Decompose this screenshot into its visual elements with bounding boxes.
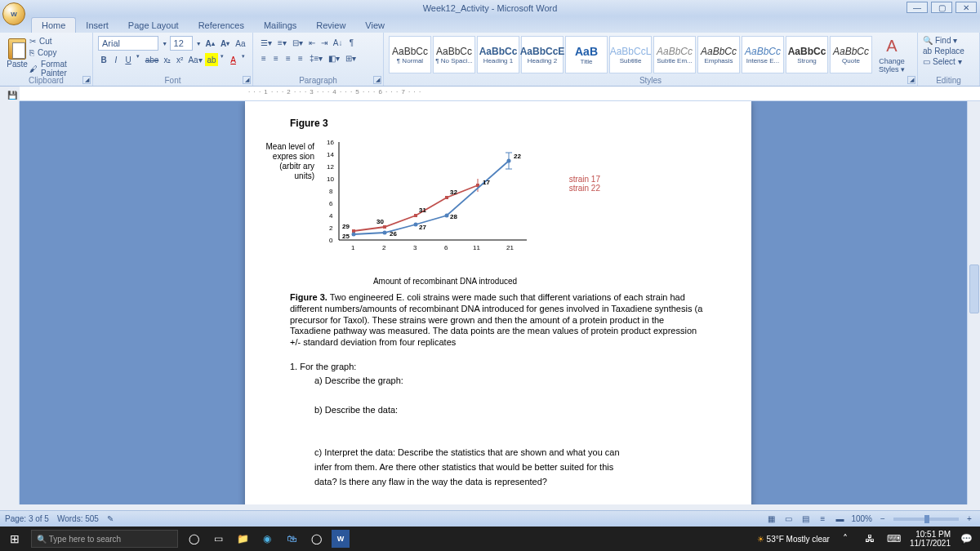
store-icon[interactable]: 🛍	[283, 530, 301, 548]
shrink-font-button[interactable]: A▾	[218, 37, 231, 50]
office-button[interactable]: W	[2, 2, 25, 25]
styles-dialog-launcher[interactable]: ◢	[907, 76, 915, 84]
word-icon[interactable]: W	[332, 530, 350, 548]
align-center-button[interactable]: ≡	[270, 51, 282, 64]
vertical-ruler[interactable]	[0, 101, 20, 504]
style-quote[interactable]: AaBbCcQuote	[830, 36, 872, 73]
multilevel-button[interactable]: ⊟▾	[290, 36, 305, 49]
align-left-button[interactable]: ≡	[258, 51, 270, 64]
style-no-spacing[interactable]: AaBbCc¶ No Spaci...	[433, 36, 475, 73]
zoom-slider[interactable]	[893, 518, 959, 521]
style-subtle-em[interactable]: AaBbCcSubtle Em...	[653, 36, 696, 73]
tab-view[interactable]: View	[355, 18, 394, 33]
chrome-icon[interactable]: ◯	[307, 530, 325, 548]
replace-button[interactable]: abReplace	[923, 47, 974, 56]
tab-references[interactable]: References	[189, 18, 254, 33]
paragraph-dialog-launcher[interactable]: ◢	[373, 76, 381, 84]
style-heading2[interactable]: AaBbCcEHeading 2	[521, 36, 564, 73]
bold-button[interactable]: B	[98, 53, 109, 66]
font-size-combo[interactable]: 12	[170, 36, 193, 51]
highlight-button[interactable]: ab	[205, 53, 218, 66]
minimize-button[interactable]: —	[906, 2, 928, 13]
svg-point-24	[383, 231, 387, 235]
inc-indent-button[interactable]: ⇥	[318, 36, 330, 49]
cortana-icon[interactable]: ▭	[209, 530, 227, 548]
tray-keyboard-icon[interactable]: ⌨	[885, 530, 903, 548]
maximize-button[interactable]: ▢	[931, 2, 952, 13]
dec-indent-button[interactable]: ⇤	[306, 36, 318, 49]
horizontal-ruler[interactable]: · · · 1 · · · 2 · · · 3 · · · 4 · · · 5 …	[20, 87, 980, 101]
status-words[interactable]: Words: 505	[57, 514, 99, 523]
tray-chevron-icon[interactable]: ˄	[836, 530, 854, 548]
style-subtitle[interactable]: AaBbCcLSubtitle	[609, 36, 652, 73]
sort-button[interactable]: A↓	[331, 36, 345, 49]
save-qat-button[interactable]: 💾	[5, 88, 20, 101]
style-title[interactable]: AaBTitle	[565, 36, 608, 73]
find-button[interactable]: 🔍Find ▾	[923, 36, 974, 45]
change-case-button[interactable]: Aa▾	[186, 53, 204, 66]
style-intense-em[interactable]: AaBbCcIntense E...	[742, 36, 784, 73]
superscript-button[interactable]: x²	[174, 53, 185, 66]
vertical-scrollbar[interactable]	[967, 101, 980, 504]
tab-insert[interactable]: Insert	[76, 18, 118, 33]
strike-button[interactable]: abe	[143, 53, 160, 66]
zoom-out-button[interactable]: −	[877, 513, 889, 526]
status-page[interactable]: Page: 3 of 5	[5, 514, 49, 523]
paste-button[interactable]: Paste	[5, 34, 29, 72]
zoom-in-button[interactable]: +	[964, 513, 975, 526]
notifications-icon[interactable]: 💬	[957, 530, 975, 548]
select-button[interactable]: ▭Select ▾	[923, 57, 974, 66]
weather-widget[interactable]: ☀ 53°F Mostly clear	[757, 535, 830, 544]
bullets-button[interactable]: ☰▾	[258, 36, 274, 49]
svg-text:31: 31	[419, 207, 426, 214]
view-outline[interactable]: ≡	[817, 513, 828, 526]
copy-button[interactable]: ⎘Copy	[29, 47, 87, 58]
view-web[interactable]: ▤	[800, 513, 812, 526]
view-full-screen[interactable]: ▭	[782, 513, 795, 526]
close-button[interactable]: ✕	[956, 2, 977, 13]
font-dialog-launcher[interactable]: ◢	[243, 76, 251, 84]
grow-font-button[interactable]: A▴	[203, 37, 216, 50]
svg-text:1: 1	[351, 244, 355, 251]
taskbar-search[interactable]: 🔍 Type here to search	[31, 530, 178, 548]
font-color-button[interactable]: A	[228, 53, 239, 66]
svg-text:3: 3	[413, 244, 417, 251]
shading-button[interactable]: ◧▾	[326, 51, 342, 64]
align-right-button[interactable]: ≡	[283, 51, 294, 64]
line-spacing-button[interactable]: ‡≡▾	[307, 51, 325, 64]
justify-button[interactable]: ≡	[295, 51, 306, 64]
style-emphasis[interactable]: AaBbCcEmphasis	[697, 36, 740, 73]
font-name-combo[interactable]: Arial	[98, 36, 158, 51]
task-view-icon[interactable]: ◯	[185, 530, 203, 548]
subscript-button[interactable]: x₂	[162, 53, 173, 66]
view-draft[interactable]: ▬	[833, 513, 846, 526]
style-normal[interactable]: AaBbCc¶ Normal	[389, 36, 431, 73]
svg-text:32: 32	[450, 189, 457, 196]
cut-button[interactable]: ✂Cut	[29, 36, 87, 47]
show-marks-button[interactable]: ¶	[346, 36, 358, 49]
zoom-level[interactable]: 100%	[851, 514, 872, 523]
status-proofing-icon[interactable]: ✎	[107, 514, 114, 523]
tab-review[interactable]: Review	[306, 18, 355, 33]
clear-format-button[interactable]: Aa	[234, 37, 247, 50]
borders-button[interactable]: ⊞▾	[343, 51, 359, 64]
italic-button[interactable]: I	[110, 53, 122, 66]
edge-icon[interactable]: ◉	[258, 530, 276, 548]
start-button[interactable]: ⊞	[5, 529, 24, 549]
view-print-layout[interactable]: ▦	[765, 513, 777, 526]
underline-button[interactable]: U	[122, 53, 134, 66]
tab-home[interactable]: Home	[31, 17, 76, 33]
svg-rect-18	[383, 225, 386, 229]
tab-mailings[interactable]: Mailings	[254, 18, 306, 33]
taskbar-clock[interactable]: 10:51 PM 11/17/2021	[910, 530, 951, 548]
document-page[interactable]: Figure 3 Mean level of expres sion (arbi…	[245, 101, 751, 504]
explorer-icon[interactable]: 📁	[234, 530, 252, 548]
tray-network-icon[interactable]: 🖧	[861, 530, 879, 548]
numbering-button[interactable]: ≡▾	[275, 36, 289, 49]
clipboard-dialog-launcher[interactable]: ◢	[82, 76, 91, 84]
style-strong[interactable]: AaBbCcStrong	[786, 36, 828, 73]
style-heading1[interactable]: AaBbCcHeading 1	[477, 36, 519, 73]
scrollbar-thumb[interactable]	[969, 264, 979, 313]
tab-page-layout[interactable]: Page Layout	[118, 18, 189, 33]
change-styles-button[interactable]: AChange Styles ▾	[874, 36, 910, 73]
